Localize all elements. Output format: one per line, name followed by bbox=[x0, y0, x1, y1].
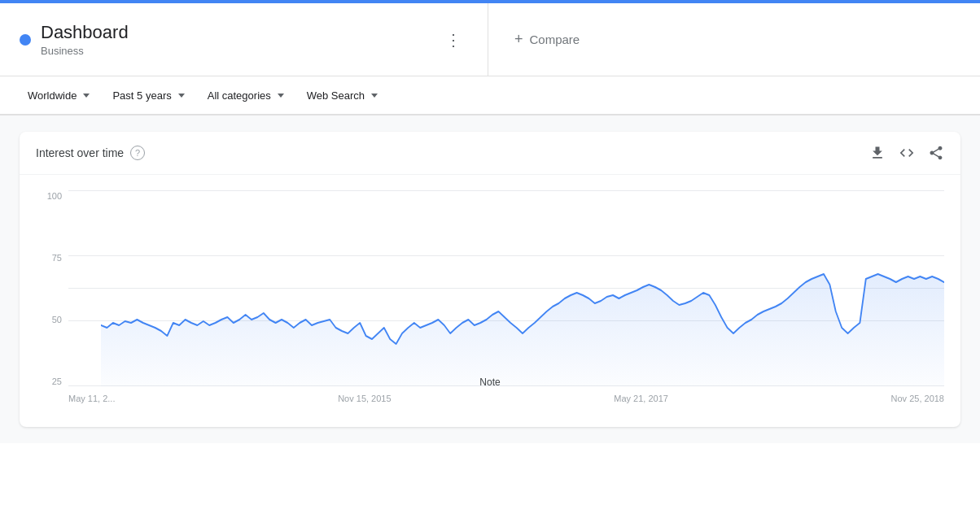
compare-label: Compare bbox=[530, 33, 580, 46]
embed-icon[interactable] bbox=[899, 145, 915, 161]
search-type-chevron-icon bbox=[371, 94, 378, 98]
header-right: + Compare bbox=[488, 3, 980, 76]
location-label: Worldwide bbox=[28, 89, 77, 102]
category-chevron-icon bbox=[278, 94, 284, 98]
x-axis: May 11, 2... Nov 15, 2015 May 21, 2017 N… bbox=[68, 386, 944, 411]
location-chevron-icon bbox=[83, 94, 90, 98]
y-label-2: 75 bbox=[36, 253, 68, 263]
chart-title: Interest over time bbox=[36, 146, 124, 159]
header: Dashboard Business ⋮ + Compare bbox=[0, 3, 980, 76]
category-filter[interactable]: All categories bbox=[199, 85, 292, 107]
search-type-label: Web Search bbox=[307, 89, 365, 102]
chart-container: 25 50 75 100 bbox=[36, 191, 944, 419]
x-label-0: May 11, 2... bbox=[68, 394, 115, 403]
chart-card: Interest over time ? 25 50 bbox=[20, 132, 960, 427]
grid-area bbox=[68, 191, 944, 386]
x-label-3: Nov 25, 2018 bbox=[891, 394, 944, 403]
time-range-filter[interactable]: Past 5 years bbox=[104, 85, 192, 107]
main-content: Interest over time ? 25 50 bbox=[0, 115, 980, 443]
chart-header: Interest over time ? bbox=[20, 132, 960, 175]
dashboard-title: Dashboard bbox=[41, 22, 129, 43]
x-label-2: May 21, 2017 bbox=[614, 394, 668, 403]
y-label-3: 100 bbox=[36, 191, 68, 201]
title-group: Dashboard Business bbox=[41, 22, 129, 57]
menu-button[interactable]: ⋮ bbox=[439, 24, 468, 56]
time-range-label: Past 5 years bbox=[112, 89, 171, 102]
y-label-0: 25 bbox=[36, 377, 68, 386]
location-filter[interactable]: Worldwide bbox=[20, 85, 98, 107]
search-type-filter[interactable]: Web Search bbox=[299, 85, 386, 107]
chart-title-group: Interest over time ? bbox=[36, 146, 145, 160]
y-axis: 25 50 75 100 bbox=[36, 191, 68, 386]
y-label-1: 50 bbox=[36, 315, 68, 324]
header-left: Dashboard Business ⋮ bbox=[0, 3, 488, 76]
help-icon[interactable]: ? bbox=[130, 146, 145, 160]
download-icon[interactable] bbox=[869, 145, 886, 161]
chart-body: 25 50 75 100 bbox=[20, 175, 960, 427]
filter-bar: Worldwide Past 5 years All categories We… bbox=[0, 76, 980, 115]
dashboard-subtitle: Business bbox=[41, 45, 129, 57]
x-label-1: Nov 15, 2015 bbox=[338, 394, 391, 403]
chart-actions bbox=[869, 145, 944, 161]
chart-line-svg bbox=[101, 191, 944, 386]
blue-dot-icon bbox=[20, 34, 31, 46]
time-range-chevron-icon bbox=[178, 94, 185, 98]
compare-plus-icon: + bbox=[514, 31, 523, 48]
category-label: All categories bbox=[208, 89, 271, 102]
share-icon[interactable] bbox=[928, 145, 944, 161]
compare-button[interactable]: + Compare bbox=[514, 31, 580, 48]
